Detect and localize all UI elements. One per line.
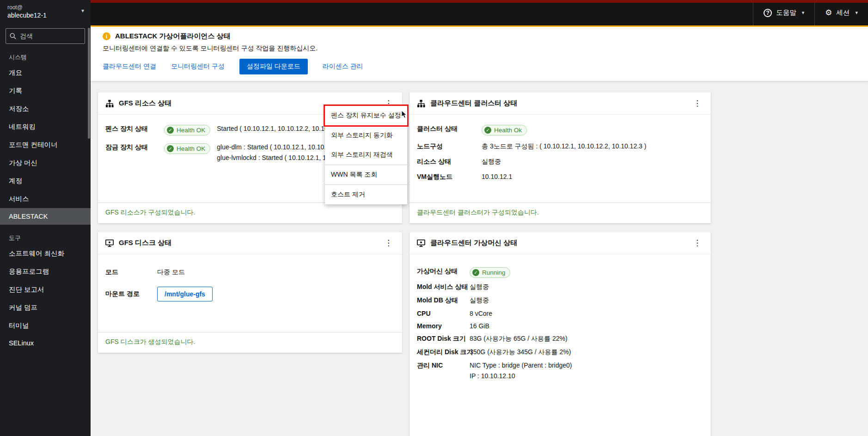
card-footer-message: 클라우드센터 클러스터가 구성되었습니다.: [410, 203, 711, 223]
sidebar-section-tools: 도구: [0, 230, 91, 245]
kebab-menu-icon[interactable]: ⋮: [691, 239, 703, 247]
mount-path-row: 마운트 경로 /mnt/glue-gfs: [105, 287, 395, 301]
sidebar-item-applications[interactable]: 응용프로그램: [0, 263, 91, 281]
kebab-menu-icon[interactable]: ⋮: [691, 99, 703, 107]
mold-service-row: Mold 서비스 상태 실행중: [417, 283, 703, 291]
sidebar-item-services[interactable]: 서비스: [0, 190, 91, 208]
node-config-row: 노드구성 총 3노드로 구성됨 : ( 10.10.12.1, 10.10.12…: [417, 142, 703, 151]
banner-actions: 클라우드센터 연결 모니터링센터 구성 설정파일 다운로드 라이센스 관리: [103, 59, 856, 74]
sidebar-item-networking[interactable]: 네트워킹: [0, 118, 91, 136]
main-content: i ABLESTACK 가상어플라이언스 상태 모니터링센터에 연결할 수 있도…: [91, 25, 868, 436]
cloudcenter-vm-card: 클라우드센터 가상머신 상태 ⋮ 가상머신 상태 ✓ Running Mold …: [410, 232, 711, 436]
banner-subtitle: 모니터링센터에 연결할 수 있도록 모니터링센터 구성 작업을 진행하십시오.: [103, 44, 856, 53]
check-icon: ✓: [167, 145, 174, 152]
vm-status-row: 가상머신 상태 ✓ Running: [417, 267, 703, 278]
search-icon: [10, 33, 16, 39]
memory-row: Memory 16 GiB: [417, 322, 703, 330]
kebab-menu-icon[interactable]: ⋮: [382, 239, 395, 247]
mount-path-button[interactable]: /mnt/glue-gfs: [157, 287, 213, 301]
banner-title: ABLESTACK 가상어플라이언스 상태: [115, 32, 231, 41]
menu-item-wwn-list[interactable]: WWN 목록 조회: [325, 165, 407, 184]
monitoringcenter-config-link[interactable]: 모니터링센터 구성: [171, 62, 225, 71]
host-switcher[interactable]: root@ ablecube12-1 ▾: [0, 0, 91, 22]
sidebar-item-podman[interactable]: 포드맨 컨테이너: [0, 136, 91, 154]
sidebar-search: [6, 28, 85, 44]
sidebar-item-software-updates[interactable]: 소프트웨어 최신화: [0, 245, 91, 263]
sidebar-item-ablestack[interactable]: ABLESTACK: [0, 208, 91, 225]
display-icon: [105, 239, 114, 247]
cloudcenter-cluster-card: 클라우드센터 클러스터 상태 ⋮ 클러스터 상태 ✓ Health Ok 노드구…: [410, 92, 711, 223]
sidebar-item-terminal[interactable]: 터미널: [0, 317, 91, 335]
root-disk-row: ROOT Disk 크기 83G (사용가능 65G / 사용률 22%): [417, 335, 703, 343]
status-badge: ✓ Health OK: [164, 143, 210, 154]
chevron-down-icon: ▾: [802, 10, 805, 16]
gfs-resource-kebab-menu: 펜스 장치 유지보수 설정 외부 스토리지 동기화 외부 스토리지 재검색 WW…: [325, 106, 407, 204]
login-user: root@: [7, 4, 83, 11]
mold-db-row: Mold DB 상태 실행중: [417, 296, 703, 305]
menu-item-sync-external-storage[interactable]: 외부 스토리지 동기화: [325, 125, 407, 145]
license-manage-link[interactable]: 라이센스 관리: [323, 62, 363, 71]
menu-item-fence-maintenance[interactable]: 펜스 장치 유지보수 설정: [325, 106, 407, 125]
display-icon: [417, 239, 425, 247]
download-config-button[interactable]: 설정파일 다운로드: [239, 59, 308, 74]
gear-icon: ⚙: [825, 9, 832, 17]
sidebar-item-overview[interactable]: 개요: [0, 64, 91, 82]
chevron-down-icon: ▾: [855, 10, 858, 16]
card-title: GFS 리소스 상태: [119, 99, 171, 108]
cpu-row: CPU 8 vCore: [417, 310, 703, 317]
cluster-status-row: 클러스터 상태 ✓ Health Ok: [417, 125, 703, 135]
info-icon: i: [103, 32, 110, 40]
sidebar-item-diagnostic-reports[interactable]: 진단 보고서: [0, 281, 91, 299]
masthead: ? 도움말 ▾ ⚙ 세션 ▾: [91, 0, 868, 25]
search-input[interactable]: [6, 28, 85, 44]
sidebar-item-storage[interactable]: 저장소: [0, 100, 91, 118]
appliance-status-banner: i ABLESTACK 가상어플라이언스 상태 모니터링센터에 연결할 수 있도…: [91, 25, 868, 81]
sidebar-item-selinux[interactable]: SELinux: [0, 335, 91, 351]
check-icon: ✓: [472, 269, 479, 276]
help-icon: ?: [764, 9, 772, 17]
sidebar-item-kernel-dump[interactable]: 커널 덤프: [0, 299, 91, 317]
sidebar-scrollbar[interactable]: [88, 28, 90, 139]
sidebar-item-accounts[interactable]: 계정: [0, 172, 91, 190]
status-badge: ✓ Health Ok: [482, 125, 527, 135]
cluster-icon: [417, 99, 425, 108]
session-menu-button[interactable]: ⚙ 세션 ▾: [814, 0, 868, 25]
chevron-down-icon: ▾: [81, 7, 84, 14]
sidebar-item-logs[interactable]: 기록: [0, 82, 91, 100]
sidebar: root@ ablecube12-1 ▾ 시스템 개요 기록 저장소 네트워킹 …: [0, 0, 91, 436]
cluster-icon: [105, 99, 114, 108]
mgmt-nic-row: 관리 NIC NIC Type : bridge (Parent : bridg…: [417, 362, 703, 383]
card-footer-message: GFS 디스크가 생성되었습니다.: [98, 332, 402, 353]
check-icon: ✓: [484, 127, 491, 134]
card-footer-message: GFS 리소스가 구성되었습니다.: [98, 203, 402, 223]
sidebar-item-virtual-machines[interactable]: 가상 머신: [0, 154, 91, 172]
check-icon: ✓: [167, 127, 174, 134]
card-title: 클라우드센터 가상머신 상태: [430, 239, 517, 247]
mode-row: 모드 다중 모드: [105, 268, 395, 276]
menu-item-remove-host[interactable]: 호스트 제거: [325, 184, 407, 204]
hostname: ablecube12-1: [7, 12, 83, 19]
vm-node-row: VM실행노드 10.10.12.1: [417, 173, 703, 181]
help-label: 도움말: [776, 8, 796, 17]
secondary-disk-row: 세컨더리 Disk 크기 350G (사용가능 345G / 사용률 2%): [417, 348, 703, 356]
menu-item-rescan-external-storage[interactable]: 외부 스토리지 재검색: [325, 145, 407, 165]
sidebar-section-system: 시스템: [0, 49, 91, 64]
resource-status-row: 리소스 상태 실행중: [417, 158, 703, 166]
card-title: GFS 디스크 상태: [119, 239, 171, 247]
gfs-disk-card: GFS 디스크 상태 ⋮ 모드 다중 모드 마운트 경로 /mnt/glue-g…: [98, 232, 402, 353]
status-badge: ✓ Health OK: [164, 125, 210, 135]
top-red-strip: [91, 0, 868, 3]
cloudcenter-connect-link[interactable]: 클라우드센터 연결: [103, 62, 156, 71]
help-menu-button[interactable]: ? 도움말 ▾: [753, 0, 814, 25]
card-title: 클라우드센터 클러스터 상태: [430, 99, 517, 108]
cards-grid: GFS 리소스 상태 ⋮ 펜스 장치 상태 ✓ Health OK Starte…: [91, 81, 868, 436]
session-label: 세션: [836, 8, 850, 17]
status-badge: ✓ Running: [470, 267, 510, 278]
cursor-icon: [401, 110, 408, 119]
